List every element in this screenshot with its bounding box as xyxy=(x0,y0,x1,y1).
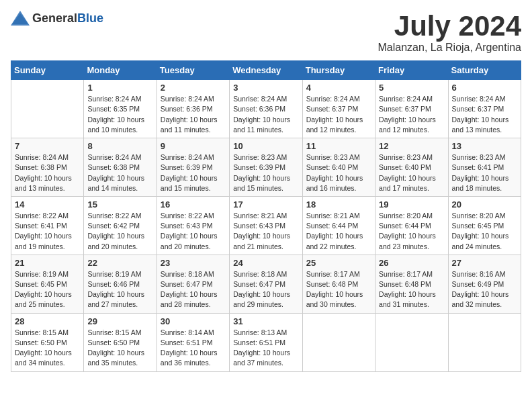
calendar-cell: 31 Sunrise: 8:13 AM Sunset: 6:51 PM Dayl… xyxy=(230,313,302,371)
calendar-cell: 28 Sunrise: 8:15 AM Sunset: 6:50 PM Dayl… xyxy=(11,313,84,371)
day-info: Sunrise: 8:15 AM Sunset: 6:50 PM Dayligh… xyxy=(87,328,152,369)
daylight-text: Daylight: 10 hours and 29 minutes. xyxy=(233,290,290,308)
col-header-thursday: Thursday xyxy=(302,61,375,80)
day-info: Sunrise: 8:21 AM Sunset: 6:44 PM Dayligh… xyxy=(306,211,371,252)
daylight-text: Daylight: 10 hours and 34 minutes. xyxy=(15,349,72,367)
calendar-cell: 4 Sunrise: 8:24 AM Sunset: 6:37 PM Dayli… xyxy=(302,80,375,138)
col-header-wednesday: Wednesday xyxy=(230,61,302,80)
daylight-text: Daylight: 10 hours and 10 minutes. xyxy=(87,116,144,134)
calendar-cell xyxy=(375,313,448,371)
location-title: Malanzan, La Rioja, Argentina xyxy=(378,42,521,54)
calendar-cell: 18 Sunrise: 8:21 AM Sunset: 6:44 PM Dayl… xyxy=(302,196,375,255)
day-info: Sunrise: 8:22 AM Sunset: 6:41 PM Dayligh… xyxy=(15,211,80,252)
col-header-saturday: Saturday xyxy=(448,61,521,80)
calendar-week-row: 1 Sunrise: 8:24 AM Sunset: 6:35 PM Dayli… xyxy=(11,80,521,138)
sunrise-text: Sunrise: 8:15 AM xyxy=(15,328,69,336)
calendar-cell: 12 Sunrise: 8:23 AM Sunset: 6:40 PM Dayl… xyxy=(375,138,448,197)
calendar-cell: 30 Sunrise: 8:14 AM Sunset: 6:51 PM Dayl… xyxy=(157,313,229,371)
calendar-cell: 20 Sunrise: 8:20 AM Sunset: 6:45 PM Dayl… xyxy=(448,196,521,255)
calendar-week-row: 14 Sunrise: 8:22 AM Sunset: 6:41 PM Dayl… xyxy=(11,196,521,255)
sunrise-text: Sunrise: 8:14 AM xyxy=(161,328,214,336)
day-info: Sunrise: 8:20 AM Sunset: 6:44 PM Dayligh… xyxy=(379,211,444,252)
col-header-tuesday: Tuesday xyxy=(157,61,229,80)
calendar-cell: 22 Sunrise: 8:19 AM Sunset: 6:46 PM Dayl… xyxy=(84,255,157,313)
daylight-text: Daylight: 10 hours and 11 minutes. xyxy=(233,116,290,134)
day-info: Sunrise: 8:23 AM Sunset: 6:39 PM Dayligh… xyxy=(233,152,298,193)
sunset-text: Sunset: 6:51 PM xyxy=(161,338,213,347)
daylight-text: Daylight: 10 hours and 14 minutes. xyxy=(87,174,144,192)
calendar-week-row: 7 Sunrise: 8:24 AM Sunset: 6:38 PM Dayli… xyxy=(11,138,521,197)
calendar-cell: 15 Sunrise: 8:22 AM Sunset: 6:42 PM Dayl… xyxy=(84,196,157,255)
day-info: Sunrise: 8:15 AM Sunset: 6:50 PM Dayligh… xyxy=(15,328,80,369)
calendar-cell: 29 Sunrise: 8:15 AM Sunset: 6:50 PM Dayl… xyxy=(84,313,157,371)
logo-general: General xyxy=(32,11,77,25)
sunset-text: Sunset: 6:51 PM xyxy=(233,338,285,347)
sunset-text: Sunset: 6:39 PM xyxy=(233,163,285,171)
sunrise-text: Sunrise: 8:22 AM xyxy=(161,212,214,220)
day-info: Sunrise: 8:19 AM Sunset: 6:46 PM Dayligh… xyxy=(87,269,152,310)
daylight-text: Daylight: 10 hours and 12 minutes. xyxy=(306,116,363,134)
calendar-week-row: 28 Sunrise: 8:15 AM Sunset: 6:50 PM Dayl… xyxy=(11,313,521,371)
day-info: Sunrise: 8:24 AM Sunset: 6:38 PM Dayligh… xyxy=(87,152,152,193)
day-info: Sunrise: 8:24 AM Sunset: 6:37 PM Dayligh… xyxy=(379,94,444,135)
day-number: 8 xyxy=(87,141,152,151)
daylight-text: Daylight: 10 hours and 13 minutes. xyxy=(452,116,509,134)
col-header-friday: Friday xyxy=(375,61,448,80)
calendar-cell: 8 Sunrise: 8:24 AM Sunset: 6:38 PM Dayli… xyxy=(84,138,157,197)
calendar-cell: 24 Sunrise: 8:18 AM Sunset: 6:47 PM Dayl… xyxy=(230,255,302,313)
logo: GeneralBlue xyxy=(11,11,103,26)
daylight-text: Daylight: 10 hours and 20 minutes. xyxy=(87,232,144,250)
sunrise-text: Sunrise: 8:23 AM xyxy=(233,153,287,161)
day-number: 16 xyxy=(161,199,226,210)
daylight-text: Daylight: 10 hours and 25 minutes. xyxy=(15,290,72,308)
day-number: 9 xyxy=(161,141,226,151)
day-number: 17 xyxy=(233,199,298,210)
sunrise-text: Sunrise: 8:24 AM xyxy=(15,153,69,161)
day-info: Sunrise: 8:14 AM Sunset: 6:51 PM Dayligh… xyxy=(161,328,226,369)
calendar-cell: 2 Sunrise: 8:24 AM Sunset: 6:36 PM Dayli… xyxy=(157,80,229,138)
day-info: Sunrise: 8:17 AM Sunset: 6:48 PM Dayligh… xyxy=(306,269,371,310)
day-number: 3 xyxy=(233,83,298,93)
sunset-text: Sunset: 6:40 PM xyxy=(306,163,359,171)
day-number: 21 xyxy=(15,258,80,268)
day-number: 12 xyxy=(379,141,444,151)
calendar-cell: 6 Sunrise: 8:24 AM Sunset: 6:37 PM Dayli… xyxy=(448,80,521,138)
day-number: 20 xyxy=(452,199,517,210)
day-info: Sunrise: 8:18 AM Sunset: 6:47 PM Dayligh… xyxy=(233,269,298,310)
sunrise-text: Sunrise: 8:24 AM xyxy=(452,95,506,103)
sunrise-text: Sunrise: 8:19 AM xyxy=(87,270,141,278)
day-info: Sunrise: 8:21 AM Sunset: 6:43 PM Dayligh… xyxy=(233,211,298,252)
day-number: 25 xyxy=(306,258,371,268)
daylight-text: Daylight: 10 hours and 20 minutes. xyxy=(161,232,218,250)
day-number: 31 xyxy=(233,316,298,326)
day-info: Sunrise: 8:24 AM Sunset: 6:37 PM Dayligh… xyxy=(306,94,371,135)
day-number: 13 xyxy=(452,141,517,151)
daylight-text: Daylight: 10 hours and 36 minutes. xyxy=(161,349,218,367)
calendar-cell: 21 Sunrise: 8:19 AM Sunset: 6:45 PM Dayl… xyxy=(11,255,84,313)
daylight-text: Daylight: 10 hours and 24 minutes. xyxy=(452,232,509,250)
sunrise-text: Sunrise: 8:13 AM xyxy=(233,328,287,336)
sunset-text: Sunset: 6:47 PM xyxy=(233,280,285,288)
sunrise-text: Sunrise: 8:15 AM xyxy=(87,328,141,336)
daylight-text: Daylight: 10 hours and 37 minutes. xyxy=(233,349,290,367)
sunset-text: Sunset: 6:37 PM xyxy=(452,105,504,113)
sunset-text: Sunset: 6:43 PM xyxy=(161,222,213,230)
sunrise-text: Sunrise: 8:24 AM xyxy=(233,95,287,103)
calendar-cell: 14 Sunrise: 8:22 AM Sunset: 6:41 PM Dayl… xyxy=(11,196,84,255)
day-info: Sunrise: 8:18 AM Sunset: 6:47 PM Dayligh… xyxy=(161,269,226,310)
day-info: Sunrise: 8:23 AM Sunset: 6:40 PM Dayligh… xyxy=(306,152,371,193)
page-header: GeneralBlue July 2024 Malanzan, La Rioja… xyxy=(11,11,521,54)
day-info: Sunrise: 8:24 AM Sunset: 6:36 PM Dayligh… xyxy=(161,94,226,135)
day-info: Sunrise: 8:16 AM Sunset: 6:49 PM Dayligh… xyxy=(452,269,517,310)
daylight-text: Daylight: 10 hours and 15 minutes. xyxy=(233,174,290,192)
month-title: July 2024 xyxy=(378,11,521,42)
calendar-cell: 1 Sunrise: 8:24 AM Sunset: 6:35 PM Dayli… xyxy=(84,80,157,138)
sunset-text: Sunset: 6:44 PM xyxy=(379,222,431,230)
calendar-cell: 19 Sunrise: 8:20 AM Sunset: 6:44 PM Dayl… xyxy=(375,196,448,255)
day-info: Sunrise: 8:24 AM Sunset: 6:37 PM Dayligh… xyxy=(452,94,517,135)
sunrise-text: Sunrise: 8:16 AM xyxy=(452,270,506,278)
day-number: 7 xyxy=(15,141,80,151)
sunrise-text: Sunrise: 8:18 AM xyxy=(233,270,287,278)
calendar-week-row: 21 Sunrise: 8:19 AM Sunset: 6:45 PM Dayl… xyxy=(11,255,521,313)
calendar-cell: 9 Sunrise: 8:24 AM Sunset: 6:39 PM Dayli… xyxy=(157,138,229,197)
